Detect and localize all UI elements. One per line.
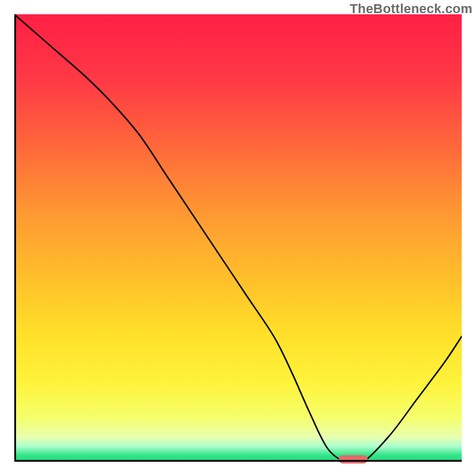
optimal-range-marker	[339, 455, 368, 464]
curve-layer	[14, 14, 462, 462]
chart-container: TheBottleneck.com	[0, 0, 476, 476]
plot-area	[14, 14, 462, 462]
bottleneck-curve	[14, 14, 462, 462]
